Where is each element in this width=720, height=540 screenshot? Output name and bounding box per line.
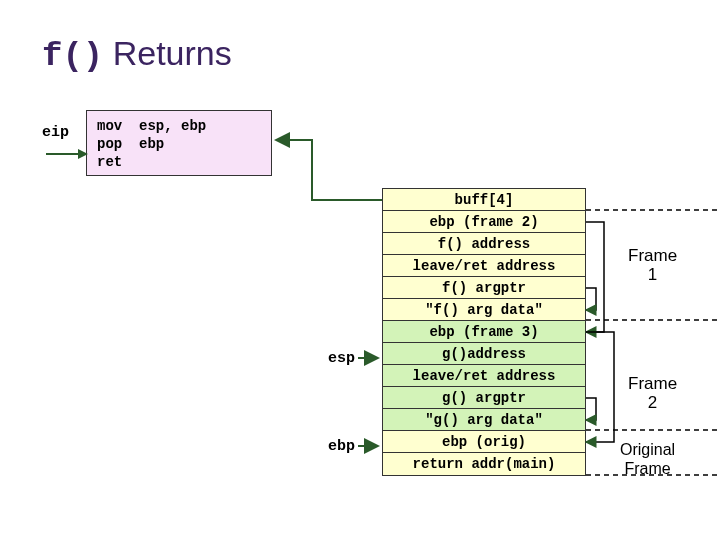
slide-title: f() Returns <box>42 34 232 75</box>
svg-marker-1 <box>78 149 88 159</box>
ebp-label: ebp <box>328 438 355 455</box>
stack-row-g-argdat: "g() arg data" <box>383 409 585 431</box>
code-box: mov esp, ebp pop ebp ret <box>86 110 272 176</box>
frame-1-text: Frame1 <box>628 246 677 284</box>
connector-lines <box>0 0 720 540</box>
stack-diagram: buff[4] ebp (frame 2) f() address leave/… <box>382 188 586 476</box>
frame-1-label: Frame1 <box>628 246 677 284</box>
stack-row-ebp-f2: ebp (frame 2) <box>383 211 585 233</box>
frame-2-label: Frame2 <box>628 374 677 412</box>
stack-row-ret-main: return addr(main) <box>383 453 585 475</box>
eip-label: eip <box>42 124 69 141</box>
frame-orig-text: OriginalFrame <box>620 441 675 477</box>
eip-arrow-icon <box>46 148 88 160</box>
stack-row-buff: buff[4] <box>383 189 585 211</box>
stack-row-f-addr: f() address <box>383 233 585 255</box>
esp-label: esp <box>328 350 355 367</box>
stack-row-g-argptr: g() argptr <box>383 387 585 409</box>
stack-row-lr-2: leave/ret address <box>383 365 585 387</box>
stack-row-ebp-f3: ebp (frame 3) <box>383 321 585 343</box>
stack-row-f-argptr: f() argptr <box>383 277 585 299</box>
stack-row-lr-1: leave/ret address <box>383 255 585 277</box>
code-line-3: ret <box>97 154 122 170</box>
stack-row-f-argdat: "f() arg data" <box>383 299 585 321</box>
stack-row-g-addr: g()address <box>383 343 585 365</box>
frame-2-text: Frame2 <box>628 374 677 412</box>
frame-orig-label: OriginalFrame <box>620 440 675 478</box>
code-line-1: mov esp, ebp <box>97 118 206 134</box>
title-mono: f() <box>42 37 103 75</box>
stack-row-ebp-orig: ebp (orig) <box>383 431 585 453</box>
title-rest: Returns <box>103 34 232 72</box>
code-line-2: pop ebp <box>97 136 164 152</box>
